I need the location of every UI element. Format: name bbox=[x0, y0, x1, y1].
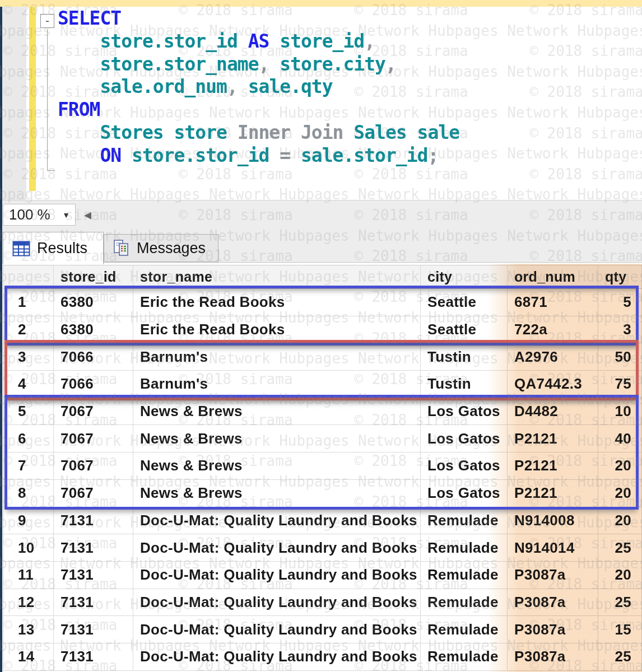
grid-cell[interactable]: 20 bbox=[598, 452, 642, 480]
grid-cell[interactable]: 20 bbox=[598, 507, 642, 535]
grid-cell[interactable]: Doc-U-Mat: Quality Laundry and Books bbox=[133, 589, 421, 617]
grid-cell[interactable]: 7067 bbox=[54, 452, 133, 480]
grid-cell[interactable]: Los Gatos bbox=[421, 425, 508, 452]
row-header-cell[interactable]: 3 bbox=[3, 343, 54, 371]
grid-cell[interactable]: Barnum's bbox=[133, 371, 421, 398]
grid-cell[interactable]: 7131 bbox=[54, 562, 133, 589]
column-header-qty[interactable]: qty bbox=[598, 265, 642, 289]
grid-cell[interactable]: Eric the Read Books bbox=[133, 289, 421, 316]
grid-cell[interactable]: Barnum's bbox=[133, 343, 421, 371]
grid-cell[interactable]: 40 bbox=[598, 425, 642, 452]
grid-cell[interactable]: Seattle bbox=[421, 316, 508, 344]
column-header-ord_num[interactable]: ord_num bbox=[508, 265, 598, 289]
chevron-down-icon[interactable]: ▼ bbox=[62, 211, 75, 220]
row-header-cell[interactable]: 4 bbox=[3, 371, 54, 398]
row-header-cell[interactable]: 10 bbox=[3, 534, 54, 562]
grid-cell[interactable]: 6871 bbox=[508, 289, 598, 316]
grid-cell[interactable]: N914014 bbox=[508, 534, 598, 562]
grid-cell[interactable]: Seattle bbox=[421, 289, 508, 316]
grid-cell[interactable]: D4482 bbox=[508, 398, 598, 426]
tab-results[interactable]: Results bbox=[3, 232, 104, 264]
row-header-cell[interactable]: 12 bbox=[3, 589, 54, 617]
sql-editor[interactable]: - SELECT store.stor_id AS store_id, stor… bbox=[0, 7, 642, 200]
results-grid[interactable]: store_idstor_namecityord_numqty16380Eric… bbox=[3, 265, 642, 671]
sql-code-text[interactable]: SELECT store.stor_id AS store_id, store.… bbox=[58, 7, 459, 167]
grid-cell[interactable]: Doc-U-Mat: Quality Laundry and Books bbox=[133, 616, 421, 643]
row-header-cell[interactable]: 7 bbox=[3, 452, 54, 480]
grid-cell[interactable]: Remulade bbox=[421, 562, 508, 589]
row-header-cell[interactable]: 14 bbox=[3, 643, 54, 671]
column-header-city[interactable]: city bbox=[421, 265, 508, 289]
grid-cell[interactable]: Eric the Read Books bbox=[133, 316, 421, 344]
grid-cell[interactable]: Doc-U-Mat: Quality Laundry and Books bbox=[133, 534, 421, 562]
grid-cell[interactable]: 6380 bbox=[54, 316, 133, 344]
row-header-cell[interactable]: 6 bbox=[3, 425, 54, 452]
grid-cell[interactable]: P2121 bbox=[508, 425, 598, 452]
row-header-cell[interactable]: 8 bbox=[3, 480, 54, 507]
grid-cell[interactable]: QA7442.3 bbox=[508, 371, 598, 398]
grid-cell[interactable]: Remulade bbox=[421, 589, 508, 617]
grid-cell[interactable]: Los Gatos bbox=[421, 452, 508, 480]
grid-cell[interactable]: 7131 bbox=[54, 616, 133, 643]
grid-cell[interactable]: N914008 bbox=[508, 507, 598, 535]
code-token: store.city bbox=[280, 53, 385, 75]
grid-cell[interactable]: 50 bbox=[598, 343, 642, 371]
grid-cell[interactable]: P3087a bbox=[508, 589, 598, 617]
grid-cell[interactable]: Doc-U-Mat: Quality Laundry and Books bbox=[133, 562, 421, 589]
grid-cell[interactable]: P3087a bbox=[508, 643, 598, 671]
grid-cell[interactable]: A2976 bbox=[508, 343, 598, 371]
grid-cell[interactable]: 7067 bbox=[54, 398, 133, 426]
grid-cell[interactable]: 20 bbox=[598, 480, 642, 507]
grid-cell[interactable]: 20 bbox=[598, 562, 642, 589]
grid-cell[interactable]: 6380 bbox=[54, 289, 133, 316]
row-header-cell[interactable]: 11 bbox=[3, 562, 54, 589]
grid-cell[interactable]: 25 bbox=[598, 534, 642, 562]
grid-cell[interactable]: 7066 bbox=[54, 343, 133, 371]
grid-cell[interactable]: Remulade bbox=[421, 643, 508, 671]
grid-cell[interactable]: P3087a bbox=[508, 616, 598, 643]
grid-cell[interactable]: 7131 bbox=[54, 589, 133, 617]
grid-cell[interactable]: 5 bbox=[598, 289, 642, 316]
grid-cell[interactable]: Tustin bbox=[421, 343, 508, 371]
grid-cell[interactable]: P2121 bbox=[508, 452, 598, 480]
row-header-cell[interactable]: 9 bbox=[3, 507, 54, 535]
scrollbar-left-arrow-icon[interactable]: ◂ bbox=[84, 206, 91, 223]
tab-messages[interactable]: Messages bbox=[104, 234, 218, 262]
grid-cell[interactable]: 15 bbox=[598, 616, 642, 643]
collapse-region-toggle[interactable]: - bbox=[40, 14, 54, 28]
grid-cell[interactable]: 3 bbox=[598, 316, 642, 344]
grid-cell[interactable]: News & Brews bbox=[133, 398, 421, 426]
column-header-store_id[interactable]: store_id bbox=[54, 265, 133, 289]
grid-cell[interactable]: Doc-U-Mat: Quality Laundry and Books bbox=[133, 507, 421, 535]
grid-cell[interactable]: 7067 bbox=[54, 480, 133, 507]
grid-cell[interactable]: 25 bbox=[598, 643, 642, 671]
row-header-cell[interactable]: 13 bbox=[3, 616, 54, 643]
grid-cell[interactable]: 7131 bbox=[54, 534, 133, 562]
grid-cell[interactable]: Los Gatos bbox=[421, 480, 508, 507]
grid-cell[interactable]: News & Brews bbox=[133, 480, 421, 507]
grid-cell[interactable]: Doc-U-Mat: Quality Laundry and Books bbox=[133, 643, 421, 671]
row-header-cell[interactable]: 1 bbox=[3, 289, 54, 316]
grid-cell[interactable]: Remulade bbox=[421, 507, 508, 535]
row-header-cell[interactable]: 2 bbox=[3, 316, 54, 344]
grid-cell[interactable]: 722a bbox=[508, 316, 598, 344]
column-header-stor_name[interactable]: stor_name bbox=[133, 265, 421, 289]
grid-cell[interactable]: 7066 bbox=[54, 371, 133, 398]
grid-cell[interactable]: Los Gatos bbox=[421, 398, 508, 426]
grid-cell[interactable]: P2121 bbox=[508, 480, 598, 507]
grid-cell[interactable]: 10 bbox=[598, 398, 642, 426]
grid-cell[interactable]: 75 bbox=[598, 371, 642, 398]
grid-cell[interactable]: News & Brews bbox=[133, 425, 421, 452]
grid-cell[interactable]: News & Brews bbox=[133, 452, 421, 480]
row-header-cell[interactable]: 5 bbox=[3, 398, 54, 426]
grid-cell[interactable]: Remulade bbox=[421, 616, 508, 643]
grid-cell[interactable]: Tustin bbox=[421, 371, 508, 398]
row-number-corner[interactable] bbox=[3, 265, 54, 289]
grid-cell[interactable]: 25 bbox=[598, 589, 642, 617]
grid-cell[interactable]: P3087a bbox=[508, 562, 598, 589]
grid-cell[interactable]: 7067 bbox=[54, 425, 133, 452]
grid-cell[interactable]: 7131 bbox=[54, 507, 133, 535]
grid-cell[interactable]: Remulade bbox=[421, 534, 508, 562]
zoom-level-dropdown[interactable]: 100 % ▼ bbox=[3, 204, 76, 226]
grid-cell[interactable]: 7131 bbox=[54, 643, 133, 671]
